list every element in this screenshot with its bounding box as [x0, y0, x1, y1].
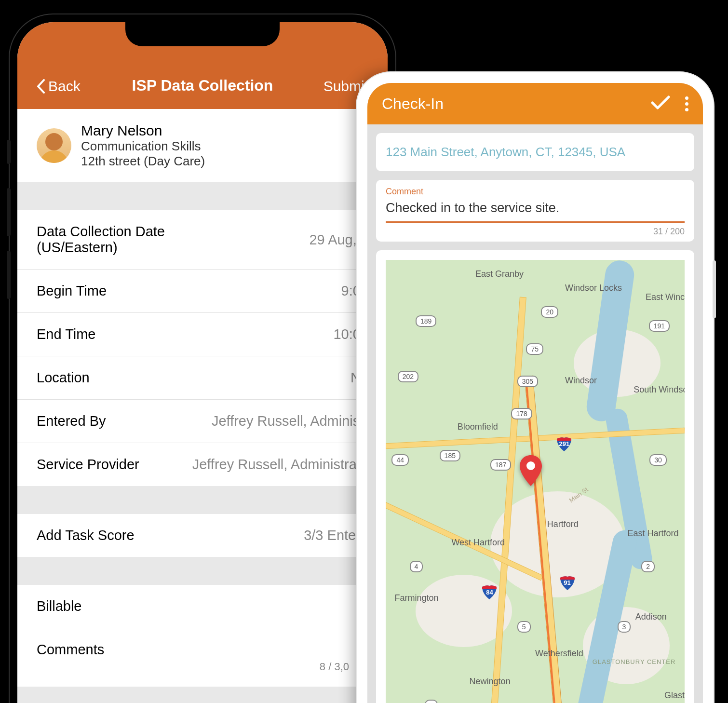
interstate-badge: 91 — [559, 575, 576, 591]
row-service-provider[interactable]: Service Provider Jeffrey Russell, Admini… — [17, 443, 388, 486]
city-label: Glast — [664, 690, 685, 701]
profile-header: Mary Nelson Communication Skills 12th st… — [17, 109, 388, 182]
map-view[interactable]: East Granby Windsor Locks East Winc Wind… — [386, 260, 685, 703]
row-date[interactable]: Data Collection Date (US/Eastern) 29 Aug… — [17, 210, 388, 270]
city-label: South Windsor — [634, 385, 685, 395]
back-label: Back — [48, 78, 81, 95]
page-title: ISP Data Collection — [104, 77, 301, 95]
row-billable[interactable]: Billable — [17, 585, 388, 628]
phone-checkin: Check-In 123 Main Street, Anytown, CT, 1… — [357, 72, 714, 703]
entered-value: Jeffrey Russell, Administr — [212, 413, 368, 429]
route-badge: 4 — [410, 561, 423, 572]
city-label: Bloomfield — [458, 422, 498, 432]
city-label: East Granby — [475, 269, 524, 279]
comments-counter: 8 / 3,0 — [37, 658, 368, 673]
interstate-badge: 291 — [556, 436, 572, 452]
chevron-left-icon — [37, 79, 45, 94]
row-task-score[interactable]: Add Task Score 3/3 Entere — [17, 514, 388, 557]
provider-label: Service Provider — [37, 457, 139, 473]
map-card: East Granby Windsor Locks East Winc Wind… — [376, 250, 694, 703]
check-icon — [650, 95, 671, 110]
city-label: East Winc — [646, 292, 685, 302]
route-badge: 30 — [649, 454, 667, 466]
address-text: 123 Main Street, Anytown, CT, 12345, USA — [386, 145, 625, 159]
comment-card: Comment Checked in to the service site. … — [376, 180, 694, 242]
billable-label: Billable — [37, 598, 82, 614]
route-badge: 305 — [517, 376, 538, 387]
route-badge: 189 — [416, 315, 436, 327]
row-comments[interactable]: Comments 8 / 3,0 — [17, 628, 388, 687]
begin-label: Begin Time — [37, 283, 107, 299]
city-label: Windsor — [565, 376, 597, 386]
location-label: Location — [37, 370, 90, 386]
city-label: Newington — [470, 676, 511, 687]
city-label: GLASTONBURY CENTER — [593, 658, 676, 665]
provider-value: Jeffrey Russell, Administrato — [192, 457, 368, 473]
avatar — [37, 128, 71, 163]
phone-volume-down — [7, 251, 11, 299]
form-section-task: Add Task Score 3/3 Entere — [17, 514, 388, 557]
route-badge: 185 — [440, 450, 460, 461]
entered-label: Entered By — [37, 413, 106, 429]
form-section-billing: Billable Comments 8 / 3,0 — [17, 585, 388, 687]
comment-label: Comment — [386, 187, 685, 197]
row-end-time[interactable]: End Time 10:00 — [17, 313, 388, 356]
route-badge: 75 — [526, 343, 543, 355]
profile-name: Mary Nelson — [81, 122, 205, 139]
submit-button[interactable]: Submit — [301, 78, 368, 95]
comments-label: Comments — [37, 642, 368, 658]
city-label: Windsor Locks — [565, 283, 622, 293]
route-badge: 2 — [641, 561, 655, 572]
city-label: Addison — [635, 612, 667, 622]
city-label: West Hartford — [451, 538, 505, 548]
city-label: East Hartford — [628, 528, 679, 539]
route-badge: 178 — [511, 408, 532, 419]
map-pin-icon — [517, 454, 544, 488]
phone-notch — [125, 22, 280, 46]
row-begin-time[interactable]: Begin Time 9:00 — [17, 270, 388, 313]
svg-point-0 — [526, 461, 535, 470]
profile-skill: Communication Skills — [81, 139, 205, 154]
route-badge: 191 — [649, 320, 670, 332]
phone2-power-button — [713, 260, 716, 318]
route-badge: 3 — [618, 621, 631, 633]
phone-mute-switch — [7, 140, 11, 164]
phone-isp: Back ISP Data Collection Submit Mary Nel… — [10, 14, 395, 703]
checkin-header: Check-In — [367, 83, 703, 124]
city-label: Hartford — [547, 519, 579, 529]
city-label: Wethersfield — [535, 649, 583, 659]
route-badge: 202 — [398, 371, 418, 382]
route-badge: 44 — [391, 454, 409, 466]
confirm-button[interactable] — [650, 95, 671, 112]
more-menu-button[interactable] — [685, 96, 688, 111]
end-label: End Time — [37, 326, 96, 342]
comment-counter: 31 / 200 — [386, 227, 685, 237]
phone-volume-up — [7, 188, 11, 236]
row-location[interactable]: Location No — [17, 356, 388, 400]
checkin-title: Check-In — [382, 95, 650, 113]
date-label: Data Collection Date (US/Eastern) — [37, 224, 201, 256]
route-badge: 5 — [517, 621, 531, 633]
form-section-details: Data Collection Date (US/Eastern) 29 Aug… — [17, 210, 388, 486]
address-card[interactable]: 123 Main Street, Anytown, CT, 12345, USA — [376, 133, 694, 171]
dot-icon — [685, 96, 688, 100]
profile-location: 12th street (Day Care) — [81, 154, 205, 169]
task-label: Add Task Score — [37, 527, 135, 543]
interstate-badge: 84 — [481, 584, 498, 600]
dot-icon — [685, 108, 688, 111]
row-entered-by[interactable]: Entered By Jeffrey Russell, Administr — [17, 400, 388, 443]
back-button[interactable]: Back — [37, 78, 104, 95]
route-badge: 20 — [541, 306, 558, 318]
city-label: Farmington — [395, 593, 439, 603]
comment-input[interactable]: Checked in to the service site. — [386, 201, 685, 223]
route-badge: 187 — [490, 459, 511, 471]
dot-icon — [685, 102, 688, 106]
